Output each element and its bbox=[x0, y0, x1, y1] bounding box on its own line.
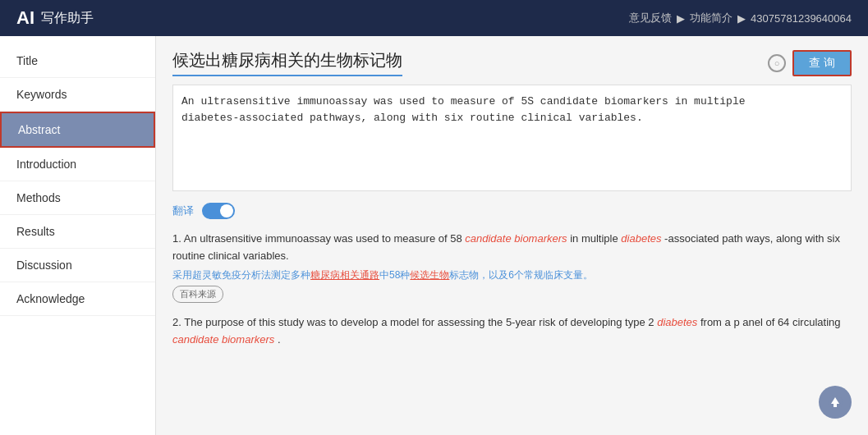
header: AI 写作助手 意见反馈 ▶ 功能简介 ▶ 43075781239640064 bbox=[0, 0, 868, 36]
query-button[interactable]: 查 询 bbox=[792, 50, 852, 76]
result-2-number: 2. bbox=[172, 316, 184, 328]
result-1-chinese: 采用超灵敏免疫分析法测定多种糖尿病相关通路中58种候选生物标志物，以及6个常规临… bbox=[172, 268, 852, 283]
page-title: 候选出糖尿病相关的生物标记物 bbox=[172, 49, 402, 76]
sidebar-item-title[interactable]: Title bbox=[0, 44, 155, 78]
results-list: 1. An ultrasensitive immunoassay was use… bbox=[172, 231, 852, 349]
upload-button[interactable] bbox=[819, 386, 852, 419]
result-1-text: 1. An ultrasensitive immunoassay was use… bbox=[172, 231, 852, 265]
sidebar-item-introduction[interactable]: Introduction bbox=[0, 148, 155, 181]
result-item-1: 1. An ultrasensitive immunoassay was use… bbox=[172, 231, 852, 303]
translate-label: 翻译 bbox=[172, 204, 194, 218]
nav-separator-2: ▶ bbox=[737, 12, 746, 25]
sidebar-item-results[interactable]: Results bbox=[0, 215, 155, 249]
translate-toggle[interactable] bbox=[202, 203, 235, 219]
upload-icon bbox=[827, 394, 843, 410]
svg-rect-2 bbox=[834, 404, 837, 407]
sidebar-item-methods[interactable]: Methods bbox=[0, 181, 155, 215]
feedback-link[interactable]: 意见反馈 bbox=[629, 11, 672, 25]
info-icon[interactable]: ○ bbox=[768, 54, 786, 72]
result-item-2: 2. The purpose of this study was to deve… bbox=[172, 314, 852, 349]
result-2-text-middle: from a p anel of 64 circulating bbox=[700, 316, 841, 328]
main-layout: Title Keywords Abstract Introduction Met… bbox=[0, 36, 868, 435]
header-nav: 意见反馈 ▶ 功能简介 ▶ 43075781239640064 bbox=[629, 11, 852, 25]
features-link[interactable]: 功能简介 bbox=[690, 11, 733, 25]
result-2-text-after: . bbox=[278, 333, 281, 346]
sidebar-item-abstract[interactable]: Abstract bbox=[0, 112, 155, 148]
nav-separator-1: ▶ bbox=[677, 12, 685, 25]
result-2-highlight-diabetes: diabetes bbox=[657, 316, 697, 328]
query-btn-wrapper: ○ 查 询 bbox=[768, 50, 852, 76]
result-1-chinese-highlight2: 候选生物 bbox=[410, 269, 449, 281]
logo-icon: AI bbox=[16, 7, 34, 29]
result-2-text-before: The purpose of this study was to develop… bbox=[184, 316, 657, 328]
result-1-number: 1. bbox=[172, 232, 184, 245]
result-1-source-badge[interactable]: 百科来源 bbox=[172, 286, 223, 304]
logo: AI 写作助手 bbox=[16, 7, 94, 29]
sidebar: Title Keywords Abstract Introduction Met… bbox=[0, 36, 156, 435]
title-row: 候选出糖尿病相关的生物标记物 ○ 查 询 bbox=[172, 49, 852, 76]
result-1-text-middle: in multiple bbox=[570, 232, 621, 245]
result-1-text-before: An ultrasensitive immunoassay was used t… bbox=[184, 232, 466, 245]
content-area: 候选出糖尿病相关的生物标记物 ○ 查 询 An ultrasensitive i… bbox=[156, 36, 868, 435]
result-1-highlight-diabetes: diabetes bbox=[621, 232, 661, 245]
abstract-textarea[interactable]: An ultrasensitive immunoassay was used t… bbox=[172, 85, 852, 191]
translate-row: 翻译 bbox=[172, 203, 852, 219]
logo-text: 写作助手 bbox=[41, 10, 94, 27]
result-1-chinese-highlight1: 糖尿病相关通路 bbox=[310, 269, 379, 281]
phone-number: 43075781239640064 bbox=[751, 12, 852, 25]
sidebar-item-discussion[interactable]: Discussion bbox=[0, 249, 155, 282]
result-2-highlight-biomarkers: candidate biomarkers bbox=[172, 333, 274, 346]
result-1-highlight-biomarkers: candidate biomarkers bbox=[465, 232, 567, 245]
sidebar-item-keywords[interactable]: Keywords bbox=[0, 78, 155, 112]
sidebar-item-acknowledge[interactable]: Acknowledge bbox=[0, 282, 155, 316]
